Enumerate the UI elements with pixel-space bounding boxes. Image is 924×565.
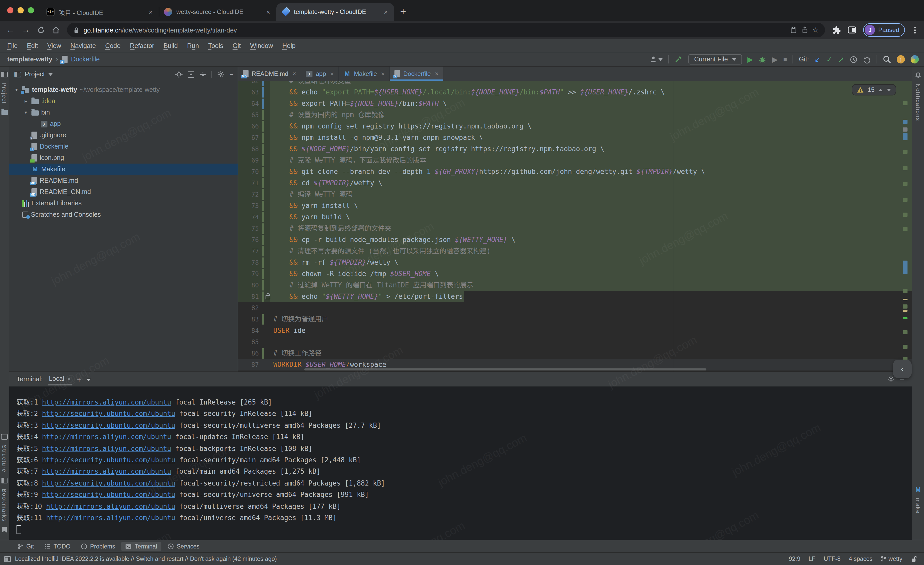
code-line-66[interactable]: 66 && npm config set registry https://re… [238,121,912,132]
make-toolwindow-icon[interactable]: M [915,487,921,493]
next-warning-icon[interactable] [887,89,891,91]
code-line-69[interactable]: 69 # 克隆 WeTTY 源码，下面是我修改后的版本 [238,155,912,166]
stripe-label-bookmarks[interactable]: Bookmarks [1,488,8,521]
tab-close-icon[interactable]: × [265,8,271,16]
browser-tab[interactable]: <t>项目 - CloudIDE× [41,3,159,21]
code-line-80[interactable]: 80 # 过滤掉 WeTTY 的端口在 TitanIDE 应用端口列表的展示 [238,279,912,291]
terminal-url-link[interactable]: http://mirrors.aliyun.com/ubuntu [42,468,171,475]
reload-icon[interactable] [37,26,45,34]
minimize-window-icon[interactable] [18,7,24,14]
code-line-74[interactable]: 74 && yarn build \ [238,212,912,223]
code-line-79[interactable]: 79 && chown -R ide:ide /tmp $USER_HOME \ [238,268,912,279]
code-line-67[interactable]: 67 && npm install -g npm@9.3.1 yarn cnpm… [238,132,912,143]
locate-file-icon[interactable] [176,71,183,78]
menu-tools[interactable]: Tools [208,42,223,49]
project-panel-title[interactable]: Project [25,71,45,78]
code-line-81[interactable]: 81 && echo "${WETTY_HOME}" > /etc/port-f… [238,291,912,302]
editor-tab-app[interactable]: ❯app× [302,66,339,81]
toolwindow-button-todo[interactable]: TODO [40,541,75,551]
search-everywhere-icon[interactable] [883,55,891,63]
code-line-70[interactable]: 70 && git clone --branch dev --depth 1 $… [238,166,912,177]
stop-icon[interactable]: ■ [783,56,787,63]
tree-item-readme-cn-md[interactable]: README_CN.md [9,186,238,198]
browser-tab[interactable]: template-wetty - CloudIDE× [276,3,394,21]
line-ending[interactable]: LF [808,556,816,562]
side-panel-icon[interactable] [848,26,856,33]
bookmark-list-icon[interactable] [790,26,797,33]
extensions-icon[interactable] [832,26,841,34]
settings-gear-icon[interactable] [217,71,224,78]
bookmark-star-icon[interactable]: ☆ [812,26,819,34]
git-branch-widget[interactable]: wetty [880,556,902,562]
tree-item-external-libraries[interactable]: External Libraries [9,198,238,209]
collapse-all-icon[interactable] [200,71,206,78]
menu-run[interactable]: Run [187,42,199,49]
terminal-url-link[interactable]: http://security.ubuntu.com/ubuntu [42,479,176,487]
editor-tab-dockerfile[interactable]: Dockerfile× [390,66,444,81]
code-line-78[interactable]: 78 && rm -rf ${TMPDIR}/wetty \ [238,257,912,268]
horizontal-scrollbar[interactable] [304,368,706,370]
terminal-output[interactable]: 获取:1 http://mirrors.aliyun.com/ubuntu fo… [9,386,912,540]
new-terminal-icon[interactable]: + [77,375,81,384]
address-bar[interactable]: go.titanide.cn/ide/web/coding/template-w… [67,23,825,37]
menu-edit[interactable]: Edit [27,42,38,49]
structure-toolwindow-icon[interactable] [1,434,8,440]
terminal-url-link[interactable]: http://security.ubuntu.com/ubuntu [42,422,176,429]
tree-item-dockerfile[interactable]: Dockerfile [9,141,238,152]
code-line-64[interactable]: 64 && export PATH=${NODE_HOME}/bin:$PATH… [238,98,912,110]
bookmark-flag-icon[interactable] [2,527,7,532]
tree-item-readme-md[interactable]: README.md [9,175,238,186]
code-line-75[interactable]: 75 # 将源码复制到最终部署的文件夹 [238,223,912,234]
inspections-widget[interactable]: 15 [852,84,896,95]
tree-chevron-icon[interactable]: ▸ [22,99,29,104]
tree-item-scratches-and-consoles[interactable]: Scratches and Consoles [9,209,238,220]
menu-file[interactable]: File [7,42,18,49]
hide-panel-icon[interactable]: − [230,70,234,78]
unlock-icon[interactable] [910,556,917,562]
project-view-chevron-icon[interactable] [48,73,52,75]
toolwindow-button-terminal[interactable]: Terminal [122,541,161,551]
new-tab-button[interactable]: + [394,6,412,21]
menu-code[interactable]: Code [105,42,121,49]
forward-icon[interactable]: → [22,26,30,34]
code-line-86[interactable]: 86# 切换工作路径 [238,348,912,359]
code-line-77[interactable]: 77 # 清理不再需要的源文件 (当然，也可以采用独立的融容器来构建) [238,246,912,257]
code-line-65[interactable]: 65 # 设置为国内的 npm 仓库镜像 [238,110,912,121]
tab-close-icon[interactable]: × [381,70,385,77]
tree-chevron-icon[interactable]: ▾ [14,87,20,92]
code-line-85[interactable]: 85 [238,337,912,348]
toolwindow-button-git[interactable]: Git [14,541,38,551]
tree-chevron-icon[interactable]: ▾ [22,110,29,115]
ide-settings-icon[interactable] [910,55,919,63]
run-config-selector[interactable]: Current File [688,54,742,65]
breadcrumb-project[interactable]: template-wetty [7,56,52,63]
terminal-settings-icon[interactable] [887,376,895,383]
favorites-toolwindow-icon[interactable] [1,478,8,484]
editor-tab-readme-md[interactable]: README.md× [238,66,302,81]
terminal-dropdown-icon[interactable] [87,379,91,381]
code-line-71[interactable]: 71 && cd ${TMPDIR}/wetty \ [238,177,912,189]
stripe-label-structure[interactable]: Structure [1,445,8,473]
share-icon[interactable] [801,26,808,33]
browser-tab[interactable]: wetty-source - CloudIDE× [159,3,276,21]
notifications-icon[interactable] [915,72,921,78]
indent-setting[interactable]: 4 spaces [849,556,872,562]
code-line-62[interactable]: 62 # 设置路径环境变量 [238,81,912,87]
history-icon[interactable] [850,56,858,63]
run-icon[interactable]: ▶ [747,56,753,63]
collapse-panel-button[interactable]: ‹ [893,360,912,378]
terminal-url-link[interactable]: http://security.ubuntu.com/ubuntu [42,456,176,464]
terminal-url-link[interactable]: http://mirrors.aliyun.com/ubuntu [46,502,176,510]
stripe-label-project[interactable]: Project [1,83,8,104]
tree-item-idea[interactable]: ▸.idea [9,95,238,107]
profile-button[interactable]: J Paused [863,23,905,37]
tab-close-icon[interactable]: × [148,8,154,16]
editor-tab-makefile[interactable]: MMakefile× [339,66,390,81]
terminal-url-link[interactable]: http://mirrors.aliyun.com/ubuntu [42,398,171,406]
tree-item-gitignore[interactable]: .gitignore [9,129,238,141]
update-available-icon[interactable]: ↑ [897,55,905,63]
git-commit-icon[interactable]: ✓ [826,56,832,63]
menu-git[interactable]: Git [232,42,241,49]
terminal-url-link[interactable]: http://mirrors.aliyun.com/ubuntu [42,433,171,441]
tab-close-icon[interactable]: × [435,70,438,77]
